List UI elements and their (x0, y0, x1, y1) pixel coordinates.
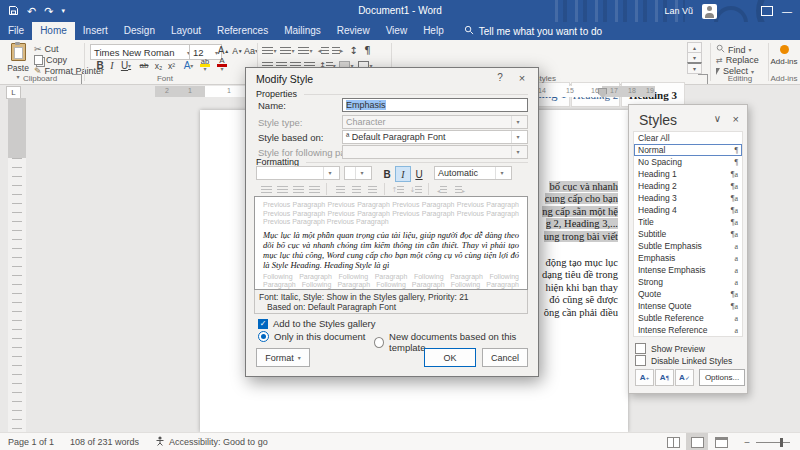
minimize-icon[interactable]: — (782, 6, 792, 17)
style-item-heading-2[interactable]: Heading 2¶a (634, 180, 742, 192)
accessibility-status[interactable]: Accessibility: Good to go (147, 433, 276, 450)
font-name-combo[interactable]: Times New Roman▾ (90, 44, 194, 60)
add-to-gallery-checkbox[interactable]: ✓ Add to the Styles gallery (258, 318, 375, 329)
document-body-text: động tạo mục lục dạng tiêu đề trong hiện… (526, 257, 618, 319)
italic-button[interactable]: I (106, 59, 118, 72)
styles-pane: Styles ∨ × Clear All Normal¶ No Spacing¶… (628, 104, 748, 394)
style-item-no-spacing[interactable]: No Spacing¶ (634, 156, 742, 168)
superscript-button[interactable]: x² (165, 59, 178, 72)
style-item-title[interactable]: Title¶a (634, 216, 742, 228)
underline-button[interactable]: U▾ (118, 59, 134, 72)
chevron-down-icon: ▾ (355, 167, 368, 179)
style-item-subtle-emphasis[interactable]: Subtle Emphasisa (634, 240, 742, 252)
show-preview-checkbox[interactable]: Show Preview (635, 343, 705, 354)
account-name[interactable]: Lan Vũ (664, 6, 693, 16)
find-button[interactable]: Find▾ (716, 44, 752, 55)
close-icon[interactable]: × (514, 72, 530, 84)
style-item-quote[interactable]: Quote¶a (634, 288, 742, 300)
style-item-heading-1[interactable]: Heading 1¶a (634, 168, 742, 180)
sort-button[interactable]: ↕ (347, 44, 360, 57)
vertical-ruler[interactable] (8, 98, 26, 432)
format-italic-button[interactable]: I (395, 166, 411, 182)
tab-insert[interactable]: Insert (75, 22, 116, 40)
shrink-font-button[interactable]: A▼ (231, 44, 244, 57)
tab-layout[interactable]: Layout (163, 22, 209, 40)
ribbon-display-options-icon[interactable] (761, 6, 773, 16)
word-count-status[interactable]: 108 of 231 words (62, 433, 147, 450)
style-item-heading-3[interactable]: Heading 3¶a (634, 192, 742, 204)
change-case-button[interactable]: Aa▾ (244, 44, 258, 57)
highlight-color-button[interactable]: ab ▾ (197, 57, 213, 70)
tab-review[interactable]: Review (329, 22, 378, 40)
style-item-intense-quote[interactable]: Intense Quote¶a (634, 300, 742, 312)
add-ins-button[interactable]: Add-ins (770, 44, 798, 66)
decrease-indent-button[interactable]: ◂ (317, 44, 330, 57)
format-underline-button[interactable]: U (411, 166, 427, 182)
ok-button[interactable]: OK (424, 348, 476, 367)
copy-button[interactable]: Copy (34, 55, 67, 65)
options-button[interactable]: Options... (699, 369, 745, 386)
tab-view[interactable]: View (378, 22, 416, 40)
chevron-down-icon: ▾ (298, 354, 301, 361)
format-size-combo[interactable]: ▾ (344, 166, 372, 180)
style-item-strong[interactable]: Stronga (634, 276, 742, 288)
only-this-document-radio[interactable]: Only in this document (258, 331, 365, 342)
clipboard-group-label: Clipboard (5, 74, 75, 83)
clipboard-dialog-launcher[interactable] (72, 74, 82, 84)
format-color-combo[interactable]: Automatic▾ (434, 166, 512, 180)
increase-indent-button[interactable]: ▸ (331, 44, 344, 57)
style-item-intense-emphasis[interactable]: Intense Emphasisa (634, 264, 742, 276)
style-item-normal[interactable]: Normal¶ (634, 144, 742, 156)
style-item-clear-all[interactable]: Clear All (634, 132, 742, 144)
style-item-heading-4[interactable]: Heading 4¶a (634, 204, 742, 216)
tell-me-box[interactable]: Tell me what you want to do (464, 22, 602, 40)
text-effects-button[interactable]: A▾ (181, 59, 196, 72)
print-layout-button[interactable] (686, 433, 708, 450)
styles-dialog-launcher[interactable] (698, 74, 708, 84)
format-font-combo[interactable]: ▾ (256, 166, 340, 180)
word-application-window: ↶ ↷ ▾ Document1 - Word Lan Vũ — File Hom… (0, 0, 800, 450)
cancel-button[interactable]: Cancel (482, 348, 528, 367)
multilevel-list-button[interactable]: ▾ (297, 44, 314, 57)
numbering-button[interactable]: ▾ (279, 44, 296, 57)
gallery-more-icon[interactable]: ▾ (687, 62, 702, 74)
style-item-subtitle[interactable]: Subtitle¶a (634, 228, 742, 240)
name-input[interactable]: Emphasis (342, 98, 528, 112)
manage-styles-button[interactable]: A✓ (675, 369, 694, 386)
disable-linked-styles-checkbox[interactable]: Disable Linked Styles (635, 355, 732, 366)
zoom-out-icon[interactable]: − (744, 437, 750, 448)
tab-home[interactable]: Home (32, 22, 75, 40)
show-formatting-marks-button[interactable]: ¶ (361, 44, 374, 57)
help-icon[interactable]: ? (492, 72, 508, 83)
subscript-button[interactable]: x₂ (152, 59, 165, 72)
avatar[interactable] (702, 4, 717, 19)
close-icon[interactable]: × (733, 113, 739, 125)
replace-button[interactable]: ⇄ Replace (716, 55, 759, 65)
tab-references[interactable]: References (209, 22, 276, 40)
style-based-on-combo[interactable]: ª Default Paragraph Font▾ (342, 130, 528, 144)
format-bold-button[interactable]: B (379, 166, 395, 182)
read-mode-button[interactable] (662, 433, 684, 450)
strikethrough-button[interactable]: ab (136, 59, 152, 72)
style-item-intense-reference[interactable]: Intense Referencea (634, 324, 742, 336)
format-menu-button[interactable]: Format▾ (256, 348, 310, 367)
cut-button[interactable]: ✂ Cut (34, 44, 59, 54)
tab-mailings[interactable]: Mailings (276, 22, 329, 40)
zoom-slider[interactable] (756, 442, 790, 443)
web-layout-button[interactable] (710, 433, 732, 450)
zoom-slider-thumb[interactable] (780, 438, 783, 447)
bullets-button[interactable]: ▾ (261, 44, 278, 57)
style-item-subtle-reference[interactable]: Subtle Referencea (634, 312, 742, 324)
properties-section-label: Properties (256, 89, 297, 99)
tab-help[interactable]: Help (415, 22, 452, 40)
tab-design[interactable]: Design (116, 22, 163, 40)
new-style-button[interactable]: A+ (635, 369, 654, 386)
page-count-status[interactable]: Page 1 of 1 (0, 433, 62, 450)
font-color-button[interactable]: A ▾ (214, 57, 230, 70)
chevron-down-icon[interactable]: ∨ (714, 113, 721, 124)
style-inspector-button[interactable]: A¶ (655, 369, 674, 386)
style-item-emphasis[interactable]: Emphasisa (634, 252, 742, 264)
bold-button[interactable]: B (94, 59, 106, 72)
style-type-combo: Character▾ (342, 115, 528, 129)
tab-file[interactable]: File (0, 22, 32, 40)
